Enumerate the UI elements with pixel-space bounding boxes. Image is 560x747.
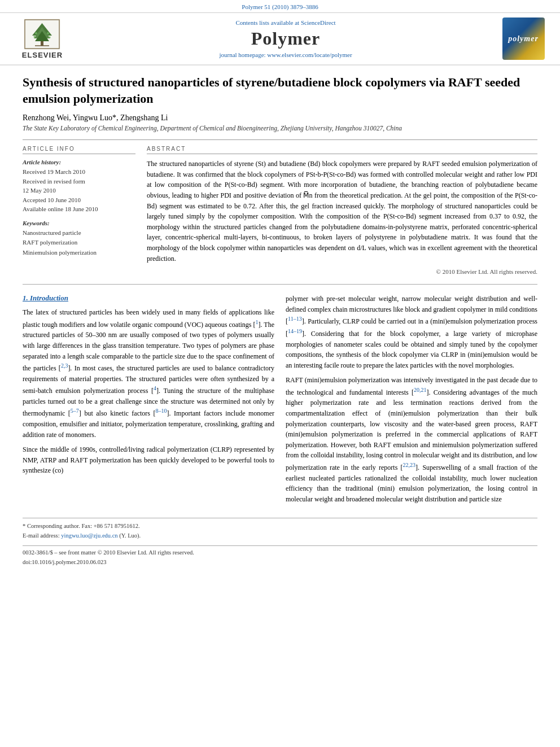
- keywords-group: Keywords: Nanostructured particle RAFT p…: [23, 220, 135, 258]
- article-title: Synthesis of structured nanoparticles of…: [23, 75, 537, 107]
- doi-line: doi:10.1016/j.polymer.2010.06.023: [23, 558, 537, 567]
- journal-header-center: Contents lists available at ScienceDirec…: [79, 19, 492, 58]
- ref-14-19: 14–19: [288, 328, 302, 334]
- svg-point-7: [35, 32, 37, 34]
- journal-title: Polymer: [79, 28, 492, 49]
- abstract-label: ABSTRACT: [147, 146, 537, 154]
- svg-point-10: [49, 36, 51, 38]
- email-suffix: (Y. Luo).: [118, 532, 141, 539]
- email-line: E-mail address: yingwu.luo@zju.edu.cn (Y…: [23, 531, 537, 541]
- ref-22-23: 22,23: [403, 462, 416, 468]
- elsevier-logo: ELSEVIER: [22, 19, 63, 59]
- accepted-date: Accepted 10 June 2010: [23, 195, 135, 205]
- contents-line: Contents lists available at ScienceDirec…: [79, 19, 492, 26]
- received-date: Received 19 March 2010: [23, 167, 135, 177]
- sciencedirect-link[interactable]: ScienceDirect: [301, 19, 336, 26]
- ref-1: 1: [256, 319, 259, 325]
- homepage-text: journal homepage:: [219, 51, 267, 58]
- article-info-column: ARTICLE INFO Article history: Received 1…: [23, 146, 135, 275]
- svg-point-8: [47, 32, 49, 34]
- authors: Renzhong Wei, Yingwu Luo*, Zhengshang Li: [23, 113, 537, 123]
- contents-text: Contents lists available at: [235, 19, 300, 26]
- right-paragraph-2: RAFT (mini)emulsion polymerization was i…: [286, 375, 537, 504]
- article-body-columns: ARTICLE INFO Article history: Received 1…: [23, 146, 537, 275]
- ref-20-21: 20,21: [414, 387, 427, 393]
- elsevier-tree-icon: [24, 19, 60, 50]
- journal-citation: Polymer 51 (2010) 3879–3886: [242, 3, 318, 10]
- keyword-1: Nanostructured particle: [23, 228, 135, 238]
- email-address[interactable]: yingwu.luo@zju.edu.cn: [61, 532, 117, 539]
- issn-line: 0032-3861/$ – see front matter © 2010 El…: [23, 545, 537, 558]
- homepage-url[interactable]: www.elsevier.com/locate/polymer: [267, 51, 352, 58]
- main-content: Synthesis of structured nanoparticles of…: [0, 65, 560, 579]
- keyword-2: RAFT polymerization: [23, 238, 135, 248]
- keyword-3: Miniemulsion polymerization: [23, 248, 135, 258]
- polymer-badge-section: polymer: [498, 18, 549, 60]
- abstract-text: The structured nanoparticles of styrene …: [147, 159, 537, 264]
- email-label: E-mail address:: [23, 532, 61, 539]
- polymer-badge-text: polymer: [508, 34, 539, 43]
- ref-2-3: 2,3: [61, 362, 68, 369]
- journal-homepage: journal homepage: www.elsevier.com/locat…: [79, 51, 492, 58]
- polymer-badge: polymer: [502, 18, 545, 60]
- affiliation: The State Key Laboratory of Chemical Eng…: [23, 125, 537, 132]
- right-paragraph-1: polymer with pre-set molecular weight, n…: [286, 294, 537, 370]
- corresponding-author: * Corresponding author. Fax: +86 571 879…: [23, 522, 537, 531]
- issn-text: 0032-3861/$ – see front matter © 2010 El…: [23, 549, 194, 556]
- ref-11-13: 11–13: [288, 316, 302, 322]
- article-history-group: Article history: Received 19 March 2010 …: [23, 159, 135, 214]
- body-right-col: polymer with pre-set molecular weight, n…: [286, 294, 537, 509]
- section-divider: [23, 284, 537, 285]
- elsevier-text: ELSEVIER: [22, 51, 63, 59]
- ref-5-7: 5–7: [71, 408, 79, 414]
- article-info-label: ARTICLE INFO: [23, 146, 135, 154]
- ref-4: 4: [154, 385, 156, 391]
- intro-paragraph-2: Since the middle of 1990s, controlled/li…: [23, 444, 274, 476]
- svg-point-9: [34, 36, 36, 37]
- corresponding-text: * Corresponding author. Fax: +86 571 879…: [23, 523, 140, 529]
- body-columns: 1. Introduction The latex of structured …: [23, 294, 537, 509]
- available-date: Available online 18 June 2010: [23, 204, 135, 214]
- journal-header: ELSEVIER Contents lists available at Sci…: [0, 13, 560, 65]
- body-left-col: 1. Introduction The latex of structured …: [23, 294, 274, 509]
- footer-notes: * Corresponding author. Fax: +86 571 879…: [23, 518, 537, 567]
- revised-label: Received in revised form: [23, 177, 135, 186]
- intro-paragraph-1: The latex of structured particles has be…: [23, 307, 274, 440]
- author-names: Renzhong Wei, Yingwu Luo*, Zhengshang Li: [23, 113, 168, 122]
- abstract-column: ABSTRACT The structured nanoparticles of…: [147, 146, 537, 275]
- elsevier-logo-section: ELSEVIER: [11, 19, 73, 59]
- ref-8-10: 8–10: [156, 408, 167, 414]
- copyright-line: © 2010 Elsevier Ltd. All rights reserved…: [147, 268, 537, 275]
- history-label: Article history:: [23, 159, 135, 165]
- doi-text: doi:10.1016/j.polymer.2010.06.023: [23, 559, 106, 565]
- top-bar: Polymer 51 (2010) 3879–3886: [0, 0, 560, 13]
- introduction-heading: 1. Introduction: [23, 294, 274, 303]
- header-divider: [23, 139, 537, 140]
- revised-date: 12 May 2010: [23, 186, 135, 195]
- keywords-label: Keywords:: [23, 220, 135, 226]
